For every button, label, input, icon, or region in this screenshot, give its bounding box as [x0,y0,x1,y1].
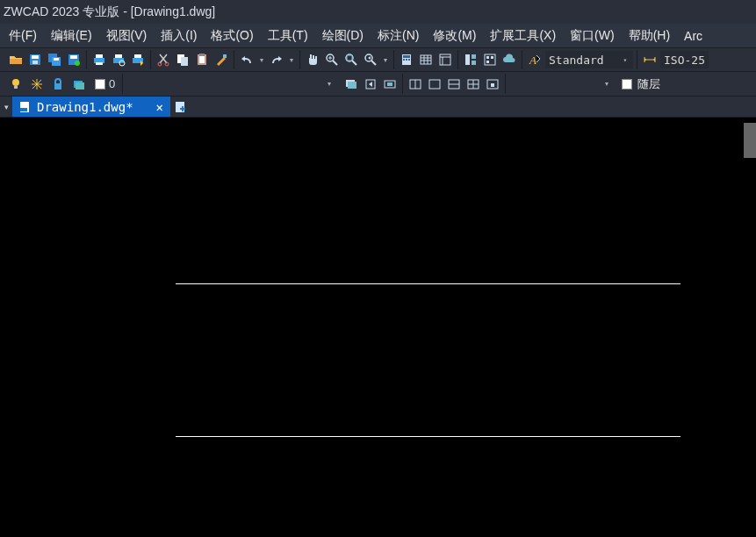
save-as-button[interactable] [65,51,83,68]
svg-rect-41 [491,56,493,59]
color-swatch[interactable] [622,79,632,90]
layer-dropdown[interactable]: 0 [91,75,119,93]
viewport-lock-button[interactable] [484,75,501,93]
drawing-canvas[interactable] [0,118,756,537]
toolbar-standard: ▾ ▾ ▾ [0,47,756,72]
menu-file[interactable]: 件(F) [2,25,44,47]
tab-close-button[interactable]: ✕ [156,100,163,114]
menu-format[interactable]: 格式(O) [204,25,260,47]
menubar: 件(F) 编辑(E) 视图(V) 插入(I) 格式(O) 工具(T) 绘图(D)… [0,24,756,47]
viewport-single-button[interactable] [407,75,424,93]
undo-dropdown[interactable]: ▾ [257,56,266,64]
new-tab-button[interactable] [170,97,191,117]
cloud-button[interactable] [500,51,518,68]
layer-isolate-button[interactable] [381,75,399,93]
design-center-button[interactable] [462,51,479,68]
print-preview-button[interactable] [110,51,127,68]
redo-dropdown[interactable]: ▾ [287,56,296,64]
cut-button[interactable] [155,51,172,68]
svg-rect-7 [70,55,77,59]
undo-button[interactable] [238,51,256,68]
viewport-clip-button[interactable] [464,75,482,93]
zoom-realtime-button[interactable] [323,51,341,68]
menu-dim[interactable]: 标注(N) [371,25,426,47]
layer-color-swatch [95,79,105,90]
menu-edit[interactable]: 编辑(E) [44,25,99,47]
layer-more-icon[interactable] [70,75,88,93]
viewport-object-button[interactable] [445,75,463,93]
svg-rect-34 [421,55,431,64]
layer-lightbulb-icon[interactable] [7,75,25,93]
open-folder-button[interactable] [7,51,25,68]
dim-style-dropdown[interactable]: ISO-25 [660,51,709,68]
print-button[interactable] [90,51,108,68]
match-prop-button[interactable] [212,51,230,68]
tool-palettes-button[interactable] [481,51,499,68]
layer-previous-button[interactable] [362,75,379,93]
dwg-file-icon [19,101,32,113]
pan-button[interactable] [304,51,321,68]
layer-states-button[interactable] [342,75,360,93]
text-style-dropdown[interactable]: Standard ▾ [545,51,633,68]
svg-rect-22 [199,56,205,63]
svg-rect-35 [440,54,450,65]
svg-rect-40 [486,56,489,59]
svg-rect-42 [486,61,489,63]
zoom-window-button[interactable] [342,51,360,68]
publish-button[interactable] [129,51,147,68]
svg-rect-36 [465,54,470,65]
viewport-scale-dropdown[interactable]: ▾ [602,80,611,88]
zoom-dropdown[interactable]: ▾ [381,56,390,64]
vertical-scrollbar[interactable] [744,123,756,158]
viewport-poly-button[interactable] [426,75,443,93]
menu-view[interactable]: 视图(V) [99,25,155,47]
tab-handle-icon[interactable]: ▾ [0,97,12,117]
save-all-button[interactable] [46,51,63,68]
menu-tools[interactable]: 工具(T) [261,25,315,47]
drawing-line[interactable] [176,436,680,437]
svg-rect-55 [429,80,440,89]
table-button[interactable] [417,51,435,68]
menu-draw[interactable]: 绘图(D) [315,25,371,47]
copy-button[interactable] [174,51,191,68]
svg-rect-45 [14,86,18,89]
properties-button[interactable] [436,51,454,68]
svg-rect-20 [181,57,188,66]
svg-rect-38 [472,61,476,65]
svg-rect-10 [96,54,103,58]
svg-rect-61 [20,108,27,111]
tab-label: Drawing1.dwg* [37,100,133,114]
svg-rect-59 [491,83,494,87]
svg-rect-37 [472,54,476,59]
layer-list-dropdown[interactable]: ▾ [325,80,334,88]
toolbar-layers: 0 ▾ ▾ 随层 [0,72,756,97]
text-style-button[interactable]: A [526,51,544,68]
svg-rect-46 [54,83,61,90]
menu-arc[interactable]: Arc [677,26,709,46]
redo-button[interactable] [268,51,285,68]
menu-help[interactable]: 帮助(H) [622,25,677,47]
menu-ext[interactable]: 扩展工具(X) [483,25,563,47]
menu-window[interactable]: 窗口(W) [563,25,622,47]
paste-button[interactable] [193,51,211,68]
calculator-button[interactable] [398,51,415,68]
svg-rect-32 [406,59,407,61]
dim-style-value: ISO-25 [664,54,705,67]
svg-rect-5 [54,58,59,61]
text-style-value: Standard [549,54,604,67]
drawing-line[interactable] [176,283,680,284]
color-bylayer-label: 随层 [637,76,660,92]
menu-insert[interactable]: 插入(I) [154,25,204,47]
svg-text:A: A [529,54,536,67]
svg-rect-50 [348,82,356,89]
layer-lock-icon[interactable] [49,75,67,93]
dim-style-button[interactable] [641,51,659,68]
layer-freeze-icon[interactable] [28,75,46,93]
zoom-previous-button[interactable] [362,51,379,68]
save-button[interactable] [26,51,44,68]
layer-name: 0 [109,77,115,90]
svg-rect-31 [403,59,405,61]
tab-drawing1[interactable]: Drawing1.dwg* ✕ [12,97,170,117]
menu-modify[interactable]: 修改(M) [426,25,483,47]
svg-rect-27 [347,55,352,61]
